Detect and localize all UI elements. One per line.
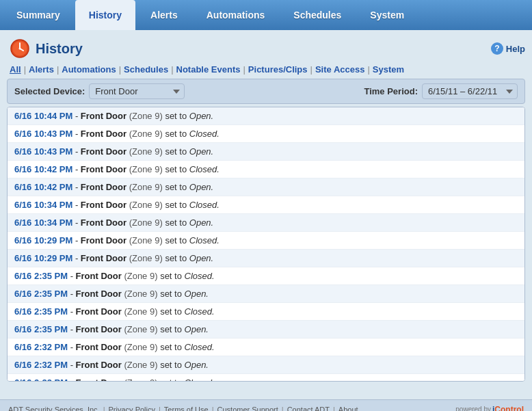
row-device: Front Door <box>81 200 127 210</box>
row-time: 6/16 10:29 PM <box>14 253 72 263</box>
filter-tab-system[interactable]: System <box>373 64 404 75</box>
footer-link-terms[interactable]: Terms of Use <box>164 406 209 412</box>
table-row: 6/16 10:34 PM - Front Door (Zone 9) set … <box>8 214 524 232</box>
row-device: Front Door <box>76 289 122 299</box>
table-row: 6/16 10:29 PM - Front Door (Zone 9) set … <box>8 250 524 267</box>
row-zone: (Zone 9) <box>129 111 163 121</box>
svg-point-4 <box>19 48 21 50</box>
page-title: History <box>36 41 83 57</box>
row-time: 6/16 2:32 PM <box>14 377 68 381</box>
table-row: 6/16 2:35 PM - Front Door (Zone 9) set t… <box>8 267 524 285</box>
row-state: Open. <box>189 217 213 228</box>
top-navigation: Summary History Alerts Automations Sched… <box>0 0 532 30</box>
help-icon: ? <box>491 42 503 55</box>
page-header: History ? Help <box>7 34 525 63</box>
filter-tab-notable-events[interactable]: Notable Events <box>176 64 241 75</box>
row-zone: (Zone 9) <box>129 182 163 192</box>
row-zone: (Zone 9) <box>124 324 157 334</box>
table-row: 6/16 2:32 PM - Front Door (Zone 9) set t… <box>8 356 524 374</box>
clock-icon <box>10 38 30 59</box>
row-device: Front Door <box>81 129 127 139</box>
footer-link-privacy[interactable]: Privacy Policy <box>109 406 155 412</box>
row-time: 6/16 2:35 PM <box>14 324 68 334</box>
row-device: Front Door <box>76 306 122 317</box>
row-state: Open. <box>189 146 213 157</box>
row-zone: (Zone 9) <box>124 377 157 381</box>
row-state: Open. <box>189 253 213 263</box>
filter-tab-alerts[interactable]: Alerts <box>29 64 54 75</box>
row-state: Closed. <box>189 129 220 139</box>
row-device: Front Door <box>81 253 127 263</box>
table-row: 6/16 2:35 PM - Front Door (Zone 9) set t… <box>8 321 524 339</box>
filter-tab-schedules[interactable]: Schedules <box>124 64 168 75</box>
row-device: Front Door <box>81 111 127 121</box>
row-device: Front Door <box>76 324 122 334</box>
footer-link-support[interactable]: Customer Support <box>217 406 278 412</box>
row-device: Front Door <box>76 360 122 370</box>
filter-tab-pictures-clips[interactable]: Pictures/Clips <box>248 64 308 75</box>
table-row: 6/16 10:34 PM - Front Door (Zone 9) set … <box>8 196 524 214</box>
device-label: Selected Device: <box>14 86 85 96</box>
row-zone: (Zone 9) <box>129 200 163 210</box>
row-state: Open. <box>185 289 209 299</box>
row-zone: (Zone 9) <box>129 253 163 263</box>
time-period-group: Time Period: 6/15/11 – 6/22/11 <box>364 83 518 99</box>
row-device: Front Door <box>81 235 127 246</box>
row-state: Open. <box>185 360 209 370</box>
filter-tab-automations[interactable]: Automations <box>62 64 116 75</box>
footer-links: ADT Security Services, Inc. | Privacy Po… <box>8 406 358 412</box>
table-row: 6/16 10:43 PM - Front Door (Zone 9) set … <box>8 143 524 161</box>
row-time: 6/16 10:42 PM <box>14 164 72 174</box>
tab-system[interactable]: System <box>356 0 418 30</box>
table-row: 6/16 10:43 PM - Front Door (Zone 9) set … <box>8 125 524 143</box>
history-list-container: 6/16 10:44 PM - Front Door (Zone 9) set … <box>7 107 525 382</box>
icontrol-badge: powered by iControl <box>455 405 524 412</box>
row-state: Open. <box>189 182 213 192</box>
row-device: Front Door <box>81 182 127 192</box>
table-row: 6/16 10:42 PM - Front Door (Zone 9) set … <box>8 178 524 196</box>
filter-tab-all[interactable]: All <box>10 64 21 75</box>
help-button[interactable]: ? Help <box>491 42 525 55</box>
footer-link-adt[interactable]: ADT Security Services, Inc. <box>8 406 100 412</box>
row-time: 6/16 10:44 PM <box>14 111 72 121</box>
row-state: Closed. <box>189 200 220 210</box>
row-state: Closed. <box>189 164 220 174</box>
row-device: Front Door <box>81 164 127 174</box>
row-state: Closed. <box>189 235 220 246</box>
time-period-label: Time Period: <box>364 86 418 96</box>
row-state: Open. <box>189 111 213 121</box>
tab-summary[interactable]: Summary <box>3 0 74 30</box>
time-period-select[interactable]: 6/15/11 – 6/22/11 <box>422 83 518 99</box>
row-time: 6/16 10:29 PM <box>14 235 72 246</box>
tab-automations[interactable]: Automations <box>193 0 279 30</box>
page-footer: ADT Security Services, Inc. | Privacy Po… <box>0 399 532 411</box>
row-zone: (Zone 9) <box>124 360 157 370</box>
row-zone: (Zone 9) <box>129 129 163 139</box>
table-row: 6/16 2:32 PM - Front Door (Zone 9) set t… <box>8 339 524 356</box>
table-row: 6/16 2:35 PM - Front Door (Zone 9) set t… <box>8 303 524 321</box>
row-state: Closed. <box>185 377 215 381</box>
tab-schedules[interactable]: Schedules <box>280 0 355 30</box>
filter-tab-site-access[interactable]: Site Access <box>315 64 365 75</box>
row-zone: (Zone 9) <box>129 217 163 228</box>
row-zone: (Zone 9) <box>129 146 163 157</box>
row-time: 6/16 2:35 PM <box>14 289 68 299</box>
row-time: 6/16 10:34 PM <box>14 200 72 210</box>
row-time: 6/16 10:43 PM <box>14 129 72 139</box>
row-device: Front Door <box>76 342 122 352</box>
table-row: 6/16 10:44 PM - Front Door (Zone 9) set … <box>8 107 524 125</box>
history-scroll-area[interactable]: 6/16 10:44 PM - Front Door (Zone 9) set … <box>8 107 524 381</box>
row-time: 6/16 10:42 PM <box>14 182 72 192</box>
row-time: 6/16 10:43 PM <box>14 146 72 157</box>
tab-history[interactable]: History <box>75 0 135 30</box>
tab-alerts[interactable]: Alerts <box>137 0 191 30</box>
row-state: Open. <box>185 324 209 334</box>
row-state: Closed. <box>185 306 215 317</box>
row-state: Closed. <box>185 271 215 281</box>
footer-link-about[interactable]: About <box>338 406 358 412</box>
main-content: History ? Help All | Alerts | Automation… <box>0 30 532 399</box>
footer-link-contact[interactable]: Contact ADT <box>287 406 330 412</box>
row-time: 6/16 10:34 PM <box>14 217 72 228</box>
row-zone: (Zone 9) <box>129 164 163 174</box>
device-select[interactable]: Front Door <box>89 83 185 99</box>
